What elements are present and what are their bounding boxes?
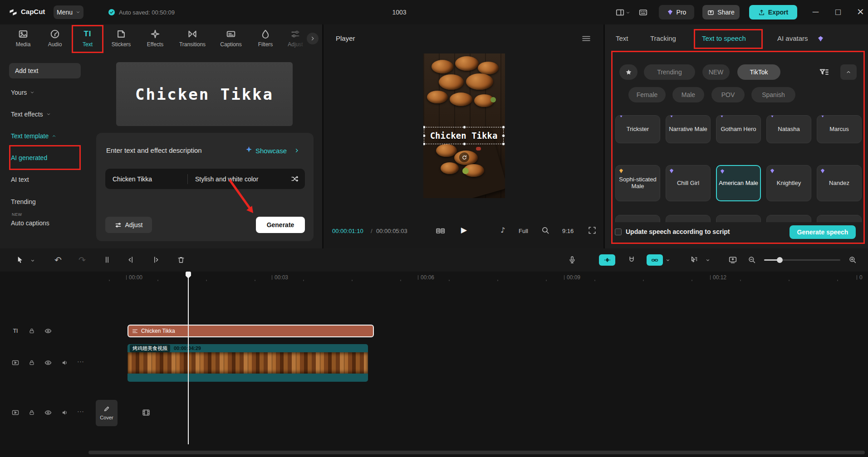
generate-button[interactable]: Generate [256,217,305,233]
voice-card[interactable]: Knightley [766,165,811,201]
frame-step-icon[interactable] [436,227,445,235]
lock-toggle[interactable] [29,409,35,416]
selection-handle[interactable] [463,126,466,129]
zoom-in-icon[interactable] [849,256,857,264]
sidebar-item-trending[interactable]: Trending [11,198,36,205]
selection-handle[interactable] [423,126,426,129]
tab-transitions[interactable]: Transitions [172,29,213,48]
showcase-link[interactable]: Showcase [255,147,287,155]
rotate-handle[interactable] [459,152,469,162]
shortcuts-icon[interactable] [639,8,647,17]
horizontal-scrollbar[interactable] [88,451,865,454]
selection-handle[interactable] [463,142,466,146]
voice-card[interactable]: Natasha [766,115,811,143]
full-screen-mode-button[interactable]: Full [519,228,528,234]
export-button[interactable]: Export [749,5,797,19]
tab-effects[interactable]: Effects [138,29,172,48]
tab-media[interactable]: Media [6,29,40,48]
tab-audio[interactable]: Audio [38,29,72,48]
mute-toggle[interactable] [62,360,69,366]
selection-handle[interactable] [502,142,505,146]
record-voiceover-icon[interactable] [569,256,576,264]
share-button[interactable]: Share [702,5,740,19]
film-placeholder-icon[interactable] [142,408,150,417]
player-menu-icon[interactable] [582,35,590,42]
lock-toggle[interactable] [29,328,35,334]
category-chip-male[interactable]: Male [672,87,704,102]
maximize-button[interactable]: □ [835,8,841,16]
aspect-ratio-button[interactable]: 9:16 [562,228,574,234]
video-clip[interactable]: 烤鸡翅美食视频 00:00:04:29 [128,344,368,382]
tab-text-props[interactable]: Text [616,34,628,42]
voice-card[interactable] [817,215,862,222]
voice-card[interactable]: Gotham Hero [716,115,761,143]
prompt-text-input[interactable]: Chicken Tikka [105,175,187,183]
tab-text-to-speech[interactable]: Text to speech [702,34,746,42]
zoom-slider-handle[interactable] [777,257,783,263]
sidebar-item-ai-generated[interactable]: AI generated [11,154,47,161]
filter-chip-trending[interactable]: Trending [644,64,695,80]
keyframe-toggle-active[interactable] [599,254,615,266]
minimize-button[interactable]: — [812,8,819,16]
delete-button[interactable] [177,256,185,264]
expand-icon[interactable] [588,226,596,234]
sidebar-item-text-effects[interactable]: Text effects [11,111,51,118]
eye-toggle[interactable] [44,409,52,416]
eye-toggle[interactable] [44,359,52,366]
voice-card[interactable] [666,215,711,222]
redo-button[interactable]: ↷ [78,255,86,265]
sidebar-item-auto-captions[interactable]: Auto captions [11,219,49,227]
video-canvas[interactable]: Chicken Tikka [423,53,505,198]
select-tool-button[interactable] [16,256,24,264]
preview-axis-icon[interactable] [729,256,737,264]
collapse-button[interactable] [840,64,857,80]
quality-preview-icon[interactable] [541,226,549,234]
update-speech-checkbox[interactable] [615,228,622,235]
tab-ai-avatars[interactable]: AI avatars [777,34,808,42]
voice-card[interactable]: Marcus [817,115,862,143]
category-chip-female[interactable]: Female [628,87,666,102]
cover-button[interactable]: Cover [96,400,118,426]
beat-icon[interactable]: ♪ [500,226,505,234]
playhead-line[interactable] [188,272,189,444]
close-button[interactable]: × [857,6,864,17]
tab-tracking[interactable]: Tracking [650,34,676,42]
layout-toggle-icon[interactable] [616,8,630,17]
more-options[interactable]: ··· [77,359,84,365]
auto-link-toggle-active[interactable] [647,254,663,266]
text-style-preview[interactable]: Chicken Tikka [116,62,293,126]
voice-card[interactable]: Chill Girl [666,165,711,201]
tab-stickers[interactable]: Stickers [104,29,138,48]
shuffle-icon[interactable] [291,175,305,183]
voice-card[interactable]: Trickster [615,115,660,143]
text-clip[interactable]: Chicken Tikka [128,325,374,337]
selection-handle[interactable] [502,134,505,137]
tabstrip-more-button[interactable] [307,33,319,44]
pro-button[interactable]: Pro [659,5,694,19]
voice-card[interactable]: Nandez [817,165,862,201]
adjust-button[interactable]: Adjust [105,217,152,233]
delete-right-button[interactable] [152,256,160,264]
chevron-down-icon[interactable] [30,258,35,263]
voice-card[interactable]: Sophi-sticated Male [615,165,660,201]
voice-card[interactable] [766,215,811,222]
sidebar-item-add-text[interactable]: Add text [9,63,81,78]
more-options[interactable]: ··· [77,408,84,415]
magnet-toggle[interactable] [628,256,636,264]
filter-sort-icon[interactable] [819,67,829,77]
favorites-chip[interactable] [619,64,638,80]
text-overlay-selection[interactable]: Chicken Tikka [424,127,504,144]
tab-text[interactable]: TI Text [71,29,104,48]
voice-card[interactable] [615,215,660,222]
playhead-handle[interactable] [186,272,191,278]
undo-button[interactable]: ↶ [54,255,62,265]
filter-chip-tiktok[interactable]: TikTok [737,64,780,80]
sidebar-item-ai-text[interactable]: AI text [11,176,29,183]
snap-tool[interactable] [691,256,698,264]
voice-card-selected[interactable]: American Male [716,165,761,201]
category-chip-spanish[interactable]: Spanish [751,87,795,102]
filter-chip-new[interactable]: NEW [702,64,730,80]
selection-handle[interactable] [502,126,505,129]
chevron-down-icon[interactable] [706,258,710,263]
menu-button[interactable]: Menu [54,5,83,19]
